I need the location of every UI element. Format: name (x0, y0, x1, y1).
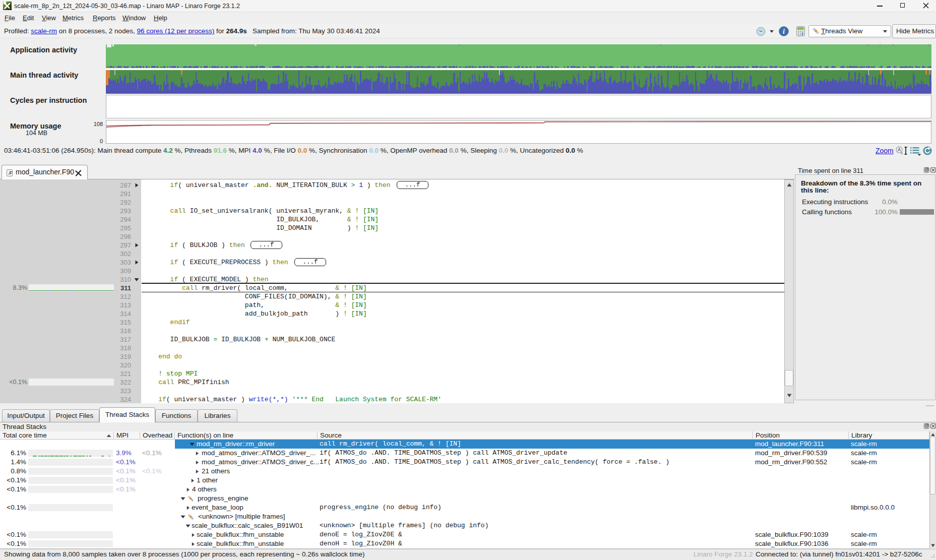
svg-text:i: i (783, 28, 785, 35)
